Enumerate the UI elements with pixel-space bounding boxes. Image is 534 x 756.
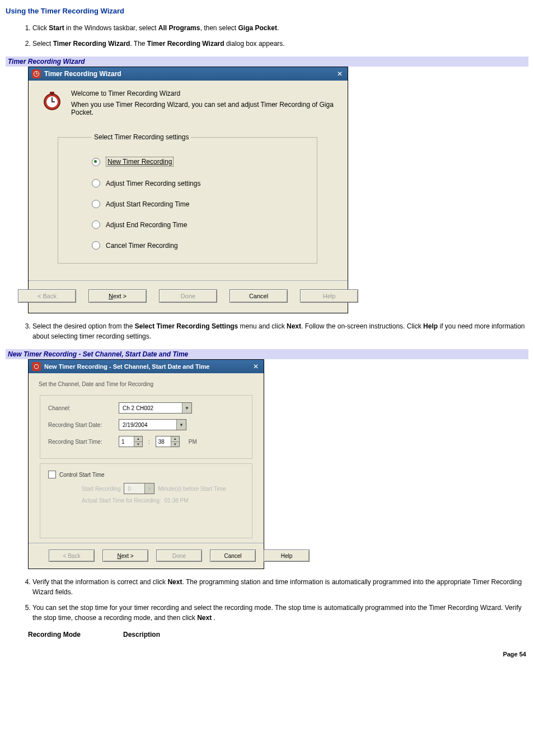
close-icon[interactable]: ✕: [335, 69, 344, 78]
app-icon: [32, 69, 41, 78]
radio-icon: [92, 241, 100, 250]
radio-icon: [92, 179, 100, 187]
step-2: Select Timer Recording Wizard. The Timer…: [32, 39, 528, 49]
new-timer-recording-dialog: New Timer Recording - Set Channel, Start…: [28, 359, 264, 569]
dialog-subtitle: Set the Channel, Date and Time for Recor…: [39, 381, 255, 387]
radio-label: Adjust End Recording Time: [106, 221, 187, 229]
radio-adjust-end-time[interactable]: Adjust End Recording Time: [92, 220, 305, 229]
done-button: Done: [159, 289, 217, 303]
back-button: < Back: [49, 550, 95, 562]
radio-adjust-start-time[interactable]: Adjust Start Recording Time: [92, 200, 305, 208]
radio-cancel-recording[interactable]: Cancel Timer Recording: [92, 241, 305, 250]
spin-down-icon: ▼: [171, 442, 179, 447]
channel-value: Ch 2 CH002: [119, 403, 182, 413]
radio-label: New Timer Recording: [106, 157, 174, 167]
cancel-button[interactable]: Cancel: [229, 289, 288, 303]
ampm-label: PM: [189, 439, 197, 445]
hour-spinner[interactable]: 1 ▲▼: [119, 436, 143, 447]
hour-value: 1: [119, 436, 134, 447]
radio-label: Adjust Timer Recording settings: [106, 180, 200, 187]
steps-list-cont: Select the desired option from the Selec…: [6, 321, 528, 341]
channel-date-time-panel: Channel: Ch 2 CH002 ▼ Recording Start Da…: [40, 395, 252, 459]
col-recording-mode: Recording Mode: [28, 631, 123, 638]
actual-start-time-value: 01:38 PM: [165, 497, 189, 504]
figure-caption-2: New Timer Recording - Set Channel, Start…: [6, 349, 528, 359]
start-time-label: Recording Start Time:: [48, 439, 113, 445]
dialog-title: New Timer Recording - Set Channel, Start…: [44, 363, 209, 370]
svg-point-11: [35, 365, 39, 369]
start-recording-offset-select: 0 ▼: [124, 483, 154, 494]
figure-caption-1: Timer Recording Wizard: [6, 57, 528, 67]
start-date-label: Recording Start Date:: [48, 422, 113, 428]
col-description: Description: [123, 631, 160, 638]
settings-group: Select Timer Recording settings New Time…: [58, 133, 317, 264]
minutes-before-label: Minute(s) before Start Time: [158, 486, 226, 492]
clock-icon: [41, 90, 63, 112]
svg-rect-3: [36, 74, 38, 74]
svg-rect-7: [51, 101, 55, 102]
step-4: Verify that the information is correct a…: [32, 577, 528, 597]
spin-down-icon: ▼: [134, 442, 142, 447]
start-date-select[interactable]: 2/19/2004 ▼: [119, 419, 186, 430]
minute-value: 38: [156, 436, 171, 447]
help-button[interactable]: Help: [300, 289, 358, 303]
start-date-value: 2/19/2004: [119, 420, 176, 430]
welcome-line-1: Welcome to Timer Recording Wizard: [71, 90, 335, 97]
step-5: You can set the stop time for your timer…: [32, 603, 528, 623]
dropdown-arrow-icon: ▼: [144, 483, 154, 494]
close-icon[interactable]: ✕: [251, 362, 260, 371]
next-button[interactable]: Next >: [88, 289, 147, 303]
channel-select[interactable]: Ch 2 CH002 ▼: [119, 402, 192, 414]
spin-up-icon: ▲: [134, 436, 142, 442]
minute-spinner[interactable]: 38 ▲▼: [156, 436, 180, 447]
radio-icon: [92, 220, 100, 229]
svg-rect-6: [51, 97, 53, 102]
spin-up-icon: ▲: [171, 436, 179, 442]
actual-start-time-label: Actual Start Time for Recording:: [82, 497, 161, 504]
help-button[interactable]: Help: [264, 550, 310, 562]
dialog-title-bar: Timer Recording Wizard ✕: [29, 67, 348, 81]
dialog-title: Timer Recording Wizard: [44, 70, 121, 78]
group-legend: Select Timer Recording settings: [92, 133, 191, 141]
back-button: < Back: [18, 289, 76, 303]
checkbox-icon: [48, 471, 56, 478]
radio-new-timer-recording[interactable]: New Timer Recording: [92, 157, 305, 167]
radio-icon: [92, 200, 100, 208]
control-start-time-checkbox[interactable]: Control Start Time: [48, 471, 244, 478]
start-recording-label: Start Recording: [82, 486, 120, 492]
done-button: Done: [156, 550, 202, 562]
next-button[interactable]: Next >: [102, 550, 148, 562]
steps-list-cont2: Verify that the information is correct a…: [6, 577, 528, 623]
radio-adjust-settings[interactable]: Adjust Timer Recording settings: [92, 179, 305, 187]
channel-label: Channel:: [48, 405, 113, 411]
step-3: Select the desired option from the Selec…: [32, 321, 528, 341]
radio-label: Adjust Start Recording Time: [106, 200, 189, 208]
radio-label: Cancel Timer Recording: [106, 242, 178, 250]
control-start-time-panel: Control Start Time Start Recording 0 ▼ M…: [40, 463, 252, 538]
dialog-title-bar: New Timer Recording - Set Channel, Start…: [29, 360, 264, 373]
step-1: Click Start in the Windows taskbar, sele…: [32, 23, 528, 33]
offset-value: 0: [124, 483, 144, 494]
steps-list: Click Start in the Windows taskbar, sele…: [6, 23, 528, 49]
cancel-button[interactable]: Cancel: [210, 550, 256, 562]
page-footer: Page 54: [0, 646, 534, 668]
welcome-line-2: When you use Timer Recording Wizard, you…: [71, 101, 335, 116]
app-icon: [32, 362, 41, 371]
svg-rect-2: [36, 72, 37, 74]
page-title: Using the Timer Recording Wizard: [6, 7, 528, 15]
timer-recording-wizard-dialog: Timer Recording Wizard ✕ Welcome: [28, 67, 348, 313]
control-start-time-label: Control Start Time: [59, 472, 105, 478]
dropdown-arrow-icon: ▼: [176, 420, 186, 430]
dropdown-arrow-icon: ▼: [182, 403, 191, 413]
svg-rect-9: [51, 93, 53, 95]
recording-mode-table-header: Recording Mode Description: [28, 631, 528, 638]
radio-icon: [92, 158, 100, 166]
